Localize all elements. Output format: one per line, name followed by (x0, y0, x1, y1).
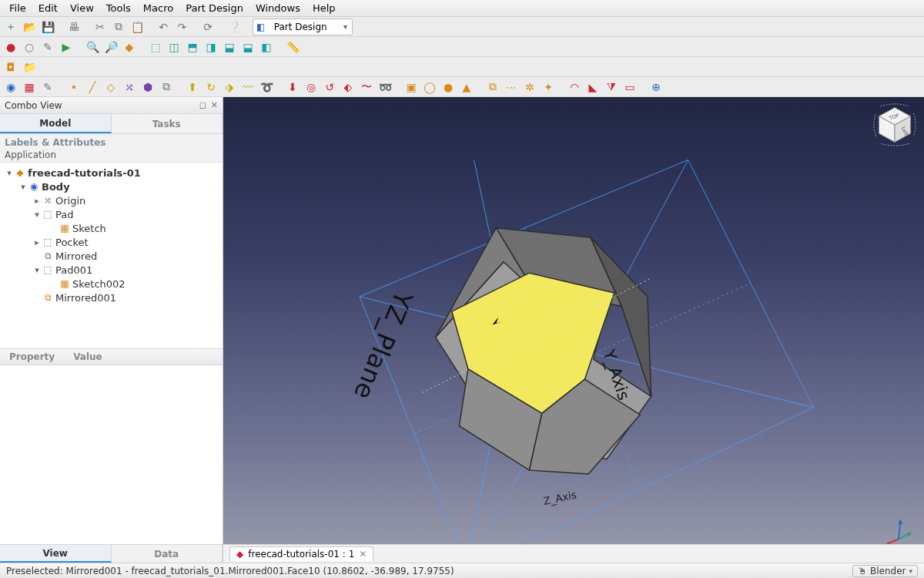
new-sketch-icon[interactable]: ▦ (22, 79, 37, 95)
tree-pad001[interactable]: ▾ ⬚ Pad001 (2, 263, 221, 277)
undo-icon[interactable]: ↶ (156, 19, 171, 35)
redo-icon[interactable]: ↷ (174, 19, 189, 35)
menu-file[interactable]: File (3, 1, 32, 15)
pad-icon[interactable]: ⬆ (185, 79, 200, 95)
iso-view-icon[interactable]: ⬚ (148, 39, 163, 55)
box-add-icon[interactable]: ▣ (403, 79, 419, 95)
loft-sub-icon[interactable]: ⬖ (340, 79, 356, 95)
fit-selection-icon[interactable]: 🔎 (103, 39, 119, 55)
tree-sketch002[interactable]: ▦ Sketch002 (2, 277, 221, 291)
save-icon[interactable]: 💾 (40, 19, 55, 35)
rear-view-icon[interactable]: ⬓ (222, 39, 237, 55)
edit-macro-icon[interactable]: ✎ (40, 39, 55, 55)
create-body-icon[interactable]: ◉ (3, 79, 18, 95)
draft-icon[interactable]: ⧩ (604, 79, 619, 95)
mirrored-icon[interactable]: ⧉ (485, 79, 500, 95)
tree-sketch[interactable]: ▦ Sketch (2, 221, 221, 235)
tab-view[interactable]: View (0, 545, 112, 563)
tree-origin[interactable]: ▸ ⤮ Origin (2, 193, 221, 207)
datum-point-icon[interactable]: • (66, 79, 82, 95)
navigation-cube[interactable]: TOP Left (873, 103, 916, 146)
refresh-icon[interactable]: ⟳ (200, 19, 216, 35)
helix-sub-icon[interactable]: ➿ (377, 79, 393, 95)
tab-model[interactable]: Model (0, 114, 112, 133)
expander-icon[interactable]: ▸ (32, 237, 42, 247)
expander-icon[interactable]: ▸ (32, 196, 42, 206)
edit-sketch-icon[interactable]: ✎ (40, 79, 55, 95)
multitransform-icon[interactable]: ✦ (541, 79, 556, 95)
paste-icon[interactable]: 📋 (129, 19, 145, 35)
menu-view[interactable]: View (64, 1, 100, 15)
hole-icon[interactable]: ◎ (303, 79, 319, 95)
shapebinder-icon[interactable]: ⬢ (140, 79, 156, 95)
sweep-sub-icon[interactable]: 〜 (359, 79, 374, 95)
measure-icon[interactable]: 📏 (285, 39, 300, 55)
polar-pattern-icon[interactable]: ✲ (522, 79, 537, 95)
print-icon[interactable]: 🖶 (66, 19, 82, 35)
nav-style-selector[interactable]: 🖱 Blender ▾ (852, 565, 918, 577)
groove-icon[interactable]: ↺ (322, 79, 337, 95)
workbench-selector[interactable]: ◧ Part Design ▾ (253, 18, 353, 35)
record-macro-icon[interactable]: ● (3, 39, 18, 55)
top-view-icon[interactable]: ⬒ (185, 39, 200, 55)
cut-icon[interactable]: ✂ (92, 19, 108, 35)
tab-tasks[interactable]: Tasks (112, 114, 223, 133)
expander-icon[interactable]: ▾ (32, 210, 42, 220)
property-body[interactable] (0, 365, 223, 545)
lcs-icon[interactable]: ⤮ (122, 79, 137, 95)
boolean-icon[interactable]: ⊕ (648, 79, 664, 95)
tab-data[interactable]: Data (112, 545, 223, 563)
new-body-icon[interactable]: ◘ (3, 59, 18, 75)
pocket-icon[interactable]: ⬇ (285, 79, 300, 95)
fillet-icon[interactable]: ◠ (567, 79, 582, 95)
tree-document[interactable]: ▾ ◆ freecad-tutorials-01 (2, 166, 221, 180)
right-view-icon[interactable]: ◨ (203, 39, 219, 55)
panel-float-icon[interactable]: ◻ (199, 100, 206, 110)
menu-windows[interactable]: Windows (249, 1, 306, 15)
document-tab[interactable]: ◆ freecad-tutorials-01 : 1 ✕ (229, 546, 373, 561)
sweep-add-icon[interactable]: 〰 (240, 79, 256, 95)
expander-icon[interactable]: ▾ (32, 265, 42, 275)
cone-add-icon[interactable]: ▲ (459, 79, 474, 95)
tree-mirrored001[interactable]: ⧉ Mirrored001 (2, 291, 221, 304)
3d-viewport[interactable]: YZ_Plane Y_Axis Z_Axis ne TOP Left (223, 97, 924, 563)
menu-tools[interactable]: Tools (100, 1, 137, 15)
run-macro-icon[interactable]: ▶ (59, 39, 74, 55)
tree-mirrored[interactable]: ⧉ Mirrored (2, 249, 221, 263)
tree-body[interactable]: ▾ ◉ Body (2, 180, 221, 193)
revolution-icon[interactable]: ↻ (203, 79, 219, 95)
model-tree[interactable]: ▾ ◆ freecad-tutorials-01 ▾ ◉ Body ▸ ⤮ Or… (0, 162, 223, 348)
panel-close-icon[interactable]: ✕ (211, 100, 218, 110)
new-file-icon[interactable]: ＋ (3, 19, 18, 35)
open-file-icon[interactable]: 📂 (22, 19, 37, 35)
chamfer-icon[interactable]: ◣ (585, 79, 601, 95)
expander-icon[interactable]: ▾ (5, 168, 14, 178)
thickness-icon[interactable]: ▭ (622, 79, 638, 95)
menu-partdesign[interactable]: Part Design (179, 1, 249, 15)
tree-pocket[interactable]: ▸ ⬚ Pocket (2, 235, 221, 249)
linear-pattern-icon[interactable]: ⋯ (504, 79, 519, 95)
bottom-view-icon[interactable]: ⬓ (240, 39, 256, 55)
datum-plane-icon[interactable]: ◇ (103, 79, 119, 95)
menu-macro[interactable]: Macro (137, 1, 179, 15)
close-doc-icon[interactable]: ✕ (359, 549, 367, 560)
draw-style-icon[interactable]: ◆ (122, 39, 137, 55)
datum-line-icon[interactable]: ╱ (85, 79, 100, 95)
left-view-icon[interactable]: ◧ (259, 39, 274, 55)
stop-macro-icon[interactable]: ○ (22, 39, 37, 55)
menu-help[interactable]: Help (306, 1, 342, 15)
helix-add-icon[interactable]: ➰ (259, 79, 274, 95)
sphere-add-icon[interactable]: ● (440, 79, 456, 95)
expander-icon[interactable]: ▾ (18, 182, 28, 192)
whatsthis-icon[interactable]: ❔ (226, 19, 242, 35)
cylinder-add-icon[interactable]: ◯ (422, 79, 437, 95)
fit-all-icon[interactable]: 🔍 (85, 39, 100, 55)
menu-edit[interactable]: Edit (32, 1, 64, 15)
front-view-icon[interactable]: ◫ (166, 39, 182, 55)
new-group-icon[interactable]: 📁 (22, 59, 37, 75)
loft-add-icon[interactable]: ⬗ (222, 79, 237, 95)
combo-view-titlebar[interactable]: Combo View ◻ ✕ (0, 97, 223, 114)
copy-icon[interactable]: ⧉ (111, 19, 126, 35)
clone-icon[interactable]: ⧉ (159, 79, 174, 95)
tree-pad[interactable]: ▾ ⬚ Pad (2, 207, 221, 221)
